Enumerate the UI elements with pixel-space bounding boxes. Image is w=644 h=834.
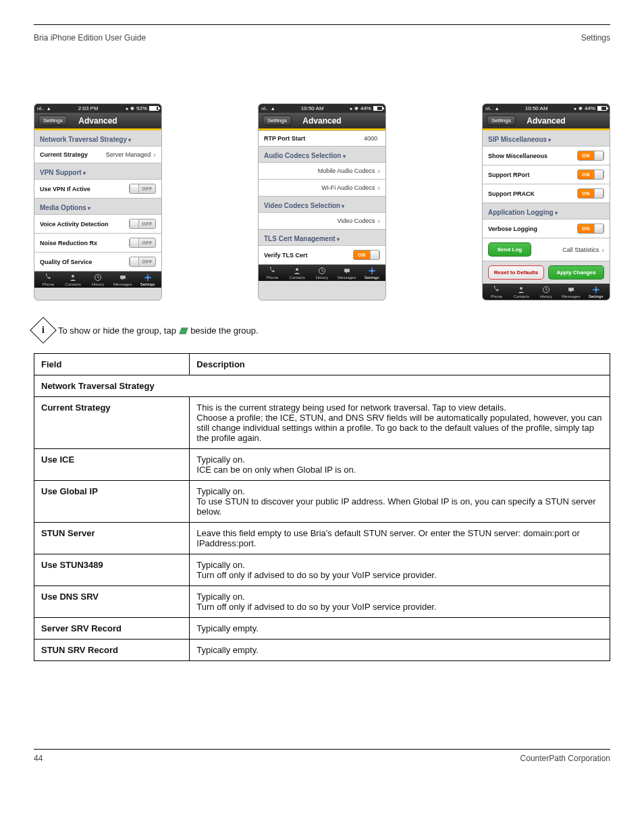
phone-icon xyxy=(491,286,501,294)
section-header[interactable]: Media Options xyxy=(34,199,161,214)
call-statistics[interactable]: Call Statistics xyxy=(562,246,599,253)
tab-contacts[interactable]: Contacts xyxy=(61,273,86,286)
tab-phone[interactable]: Phone xyxy=(484,286,509,298)
table-row: Server SRV RecordTypically empty. xyxy=(34,618,610,640)
setting-label: Noise Reduction Rx xyxy=(40,240,97,246)
tab-phone[interactable]: Phone xyxy=(36,273,61,286)
wifi-icon xyxy=(47,105,51,111)
tab-history[interactable]: History xyxy=(310,267,335,280)
setting-row: Verify TLS CertON xyxy=(259,245,385,265)
field-desc: Typically on.ICE can be on only when Glo… xyxy=(190,449,610,481)
setting-value: Server Managed xyxy=(106,151,151,158)
setting-row[interactable]: Wi-Fi Audio Codecs xyxy=(259,180,385,197)
svg-point-0 xyxy=(72,275,74,278)
setting-row[interactable]: RTP Port Start4000 xyxy=(259,130,385,147)
status-bar: ııl.. 10:50 AM 44% xyxy=(483,104,610,113)
setting-row: Verbose LoggingON xyxy=(483,219,610,238)
tab-settings[interactable]: Settings xyxy=(359,267,384,280)
bluetooth-icon xyxy=(354,105,358,111)
tab-settings[interactable]: Settings xyxy=(135,273,160,286)
back-button[interactable]: Settings xyxy=(38,115,68,126)
contacts-icon xyxy=(68,273,78,282)
settings-table: Field Description Network Traversal Stra… xyxy=(34,353,610,661)
table-row: STUN SRV RecordTypically empty. xyxy=(34,640,610,661)
toggle-switch[interactable]: ON xyxy=(577,188,604,199)
field-name: Use ICE xyxy=(34,449,190,481)
toggle-switch[interactable]: ON xyxy=(353,250,380,260)
apply-changes-button[interactable]: Apply Changes xyxy=(548,265,604,280)
back-button[interactable]: Settings xyxy=(487,115,516,126)
history-icon xyxy=(93,273,103,282)
table-row: Use Global IPTypically on.To use STUN to… xyxy=(34,481,610,523)
tab-messages[interactable]: Messages xyxy=(334,267,359,280)
toggle-switch[interactable]: OFF xyxy=(129,219,156,229)
setting-row[interactable]: Video Codecs xyxy=(259,212,385,230)
battery-icon xyxy=(373,106,383,111)
toggle-switch[interactable]: OFF xyxy=(129,184,156,194)
status-bar: ııl.. 10:50 AM 44% xyxy=(259,104,385,113)
status-time: 10:50 AM xyxy=(525,105,548,111)
phone-icon xyxy=(267,267,277,275)
tab-contacts[interactable]: Contacts xyxy=(509,286,534,298)
section-header[interactable]: VPN Support xyxy=(34,163,161,179)
log-row: Send Log Call Statistics xyxy=(483,238,610,261)
toggle-switch[interactable]: ON xyxy=(577,224,604,234)
history-icon xyxy=(541,286,551,294)
toggle-switch[interactable]: ON xyxy=(577,151,604,161)
back-button[interactable]: Settings xyxy=(263,115,292,126)
field-desc: Typically empty. xyxy=(190,640,610,661)
setting-row[interactable]: Mobile Audio Codecs xyxy=(259,162,385,180)
setting-value: Mobile Audio Codecs xyxy=(318,167,375,174)
contacts-icon xyxy=(292,267,302,275)
setting-value: 4000 xyxy=(364,135,377,142)
setting-row: Support PRACKON xyxy=(483,184,610,203)
phone-icon xyxy=(43,273,53,282)
nav-bar: Settings Advanced xyxy=(483,113,610,129)
tab-phone[interactable]: Phone xyxy=(260,267,285,280)
messages-icon xyxy=(566,286,576,294)
contacts-icon xyxy=(516,286,526,294)
field-desc: Typically on.Turn off only if advised to… xyxy=(190,586,610,618)
field-desc: Typically empty. xyxy=(190,618,610,640)
status-bar: ııl.. 2:03 PM 92% xyxy=(34,104,161,113)
setting-row: Noise Reduction RxOFF xyxy=(34,234,161,253)
phone-screenshot-2: ııl.. 10:50 AM 44% Settings Advanced RTP… xyxy=(258,103,386,301)
section-header[interactable]: Video Codecs Selection xyxy=(259,197,385,212)
status-time: 10:50 AM xyxy=(301,105,324,111)
setting-label: Verbose Logging xyxy=(488,226,537,232)
field-desc: This is the current strategy being used … xyxy=(190,397,610,449)
toggle-switch[interactable]: ON xyxy=(577,170,604,180)
field-desc: Leave this field empty to use Bria's def… xyxy=(190,523,610,554)
setting-row[interactable]: Current StrategyServer Managed xyxy=(34,146,161,163)
nav-bar: Settings Advanced xyxy=(259,113,385,129)
tab-settings[interactable]: Settings xyxy=(583,286,608,298)
chevron-right-icon xyxy=(377,217,380,225)
lock-icon xyxy=(574,105,576,111)
tab-history[interactable]: History xyxy=(86,273,111,286)
battery-icon xyxy=(597,106,607,111)
tab-messages[interactable]: Messages xyxy=(110,273,135,286)
tab-contacts[interactable]: Contacts xyxy=(285,267,310,280)
toggle-switch[interactable]: OFF xyxy=(129,238,156,248)
section-header[interactable]: Network Traversal Strategy xyxy=(34,130,161,146)
svg-rect-2 xyxy=(120,276,126,279)
setting-label: Support RPort xyxy=(488,172,530,178)
wifi-icon xyxy=(271,105,275,111)
tab-messages[interactable]: Messages xyxy=(558,286,583,298)
send-log-button[interactable]: Send Log xyxy=(488,242,531,257)
chevron-right-icon xyxy=(153,151,156,159)
toggle-switch[interactable]: OFF xyxy=(129,257,156,267)
settings-icon xyxy=(591,286,601,294)
reset-defaults-button[interactable]: Reset to Defaults xyxy=(488,265,544,280)
signal-icon: ııl.. xyxy=(261,105,269,111)
batt-pct: 44% xyxy=(360,105,371,111)
lock-icon xyxy=(350,105,352,111)
tab-bar: PhoneContactsHistoryMessagesSettings xyxy=(483,284,610,300)
section-header[interactable]: TLS Cert Management xyxy=(259,230,385,245)
section-header[interactable]: Audio Codecs Selection xyxy=(259,147,385,162)
table-row: Use DNS SRVTypically on.Turn off only if… xyxy=(34,586,610,618)
section-header[interactable]: SIP Miscellaneous xyxy=(483,130,610,146)
section-header[interactable]: Application Logging xyxy=(483,203,610,219)
table-section: Network Traversal Strategy xyxy=(34,375,610,397)
tab-history[interactable]: History xyxy=(534,286,559,298)
